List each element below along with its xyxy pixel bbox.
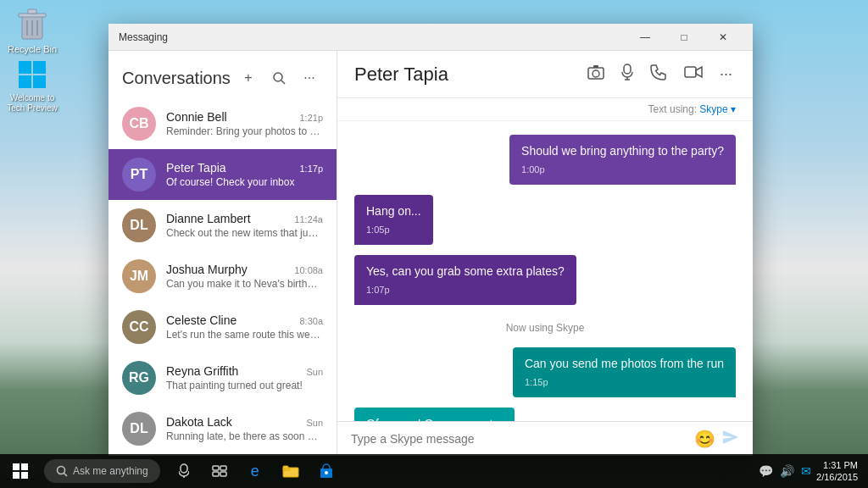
svg-rect-25 bbox=[181, 464, 187, 473]
conversation-item[interactable]: DL Dakota Lack Sun Running late, be ther… bbox=[108, 403, 337, 454]
conversations-header: Conversations + ··· bbox=[108, 51, 337, 98]
chat-input[interactable] bbox=[351, 432, 687, 446]
message-bubble: Can you send me photos from the run 1:15… bbox=[513, 347, 736, 397]
taskbar-store[interactable] bbox=[309, 454, 343, 488]
conversation-item[interactable]: JM Joshua Murphy 10:08a Can you make it … bbox=[108, 251, 337, 302]
new-conversation-button[interactable]: + bbox=[235, 64, 262, 92]
conversation-info: Dakota Lack Sun Running late, be there a… bbox=[166, 415, 323, 442]
recycle-bin-icon[interactable]: Recycle Bin bbox=[7, 7, 58, 54]
date-display: 2/16/2015 bbox=[816, 471, 858, 483]
svg-point-35 bbox=[325, 471, 328, 474]
svg-line-11 bbox=[281, 80, 285, 84]
svg-rect-27 bbox=[213, 466, 219, 470]
taskbar-app-icons: e bbox=[167, 454, 343, 488]
microphone-button[interactable] bbox=[618, 60, 637, 88]
taskbar-file-explorer[interactable] bbox=[274, 454, 308, 488]
welcome-icon[interactable]: Welcome to Tech Preview bbox=[3, 59, 61, 114]
conversation-name: Celeste Cline bbox=[166, 313, 236, 327]
welcome-label: Welcome to Tech Preview bbox=[3, 93, 61, 114]
message-row: Yes, can you grab some extra plates? 1:0… bbox=[354, 255, 736, 305]
message-text: Can you send me photos from the run bbox=[525, 356, 724, 373]
conversation-time: Sun bbox=[306, 367, 323, 377]
chat-messages: Should we bring anything to the party? 1… bbox=[337, 121, 753, 421]
message-text: Yes, can you grab some extra plates? bbox=[366, 263, 565, 280]
taskbar-task-view[interactable] bbox=[203, 454, 236, 488]
volume-icon[interactable]: 🔊 bbox=[780, 464, 794, 478]
notification-icon[interactable]: 💬 bbox=[759, 464, 773, 478]
message-text: Should we bring anything to the party? bbox=[521, 143, 724, 160]
svg-point-13 bbox=[593, 70, 599, 77]
conversations-title: Conversations bbox=[122, 69, 235, 88]
message-row: Should we bring anything to the party? 1… bbox=[354, 135, 736, 185]
video-call-button[interactable] bbox=[681, 62, 706, 86]
svg-point-10 bbox=[274, 73, 282, 81]
conversation-time: Sun bbox=[306, 418, 323, 428]
skype-link[interactable]: Skype ▾ bbox=[699, 103, 736, 115]
conversation-name: Joshua Murphy bbox=[166, 263, 248, 276]
time-display: 1:31 PM bbox=[823, 459, 858, 471]
svg-rect-6 bbox=[19, 61, 31, 74]
conversation-item[interactable]: PT Peter Tapia 1:17p Of course! Check yo… bbox=[108, 149, 337, 200]
chat-input-area: 😊 bbox=[337, 421, 753, 456]
conversation-preview: That painting turned out great! bbox=[166, 380, 323, 391]
window-title: Messaging bbox=[119, 31, 626, 43]
svg-rect-19 bbox=[13, 463, 19, 470]
conversation-name: Connie Bell bbox=[166, 110, 227, 124]
message-row: Can you send me photos from the run 1:15… bbox=[354, 347, 736, 397]
conversation-item[interactable]: RG Reyna Griffith Sun That painting turn… bbox=[108, 352, 337, 403]
conversation-info: Celeste Cline 8:30a Let's run the same r… bbox=[166, 313, 323, 341]
conversation-list: CB Connie Bell 1:21p Reminder: Bring you… bbox=[108, 98, 337, 456]
taskbar: Ask me anything e bbox=[0, 454, 868, 488]
emoji-button[interactable]: 😊 bbox=[694, 429, 715, 449]
svg-point-23 bbox=[58, 467, 65, 474]
minimize-button[interactable]: — bbox=[626, 24, 665, 51]
conversation-time: 1:17p bbox=[299, 164, 323, 174]
maximize-button[interactable]: □ bbox=[665, 24, 704, 51]
message-time: 1:00p bbox=[521, 164, 724, 176]
svg-rect-28 bbox=[220, 466, 226, 470]
svg-rect-33 bbox=[283, 466, 288, 469]
avatar: JM bbox=[122, 259, 156, 293]
avatar: RG bbox=[122, 361, 156, 395]
conversation-time: 8:30a bbox=[299, 316, 323, 326]
search-conversations-button[interactable] bbox=[265, 64, 292, 92]
conversation-name: Peter Tapia bbox=[166, 161, 226, 175]
send-button[interactable] bbox=[722, 430, 739, 449]
taskbar-ie[interactable]: e bbox=[238, 454, 272, 488]
message-row: Of course! One moment... 1:17p bbox=[354, 408, 736, 421]
svg-line-24 bbox=[64, 474, 68, 477]
window-titlebar: Messaging — □ ✕ bbox=[108, 24, 753, 51]
camera-button[interactable] bbox=[584, 61, 608, 87]
taskbar-search[interactable]: Ask me anything bbox=[44, 459, 160, 483]
close-button[interactable]: ✕ bbox=[704, 24, 743, 51]
message-text: Hang on... bbox=[366, 203, 421, 220]
chat-panel: Peter Tapia bbox=[337, 51, 753, 456]
avatar: CB bbox=[122, 107, 156, 141]
svg-rect-1 bbox=[19, 14, 46, 17]
conversation-item[interactable]: CC Celeste Cline 8:30a Let's run the sam… bbox=[108, 302, 337, 352]
taskbar-microphone[interactable] bbox=[167, 454, 201, 488]
message-time: 1:07p bbox=[366, 284, 565, 297]
start-button[interactable] bbox=[0, 454, 41, 488]
skype-indicator: Text using: Skype ▾ bbox=[337, 98, 753, 121]
avatar: DL bbox=[122, 208, 156, 242]
conversation-info: Connie Bell 1:21p Reminder: Bring your p… bbox=[166, 110, 323, 137]
phone-button[interactable] bbox=[647, 60, 670, 88]
chat-more-button[interactable]: ··· bbox=[716, 62, 736, 86]
conversation-time: 10:08a bbox=[294, 265, 323, 275]
message-time: 1:05p bbox=[366, 224, 421, 236]
conversation-item[interactable]: DL Dianne Lambert 11:24a Check out the n… bbox=[108, 200, 337, 251]
window-controls: — □ ✕ bbox=[626, 24, 743, 51]
svg-rect-15 bbox=[624, 64, 631, 74]
system-message: Now using Skype bbox=[354, 315, 736, 341]
avatar: DL bbox=[122, 412, 156, 446]
search-placeholder: Ask me anything bbox=[73, 465, 148, 477]
conversation-preview: Let's run the same route this weekend bbox=[166, 329, 323, 341]
messaging-icon[interactable]: ✉ bbox=[801, 464, 811, 478]
more-options-button[interactable]: ··· bbox=[296, 64, 323, 92]
svg-rect-22 bbox=[21, 472, 28, 479]
chat-contact-name: Peter Tapia bbox=[354, 64, 584, 86]
message-bubble: Of course! One moment... 1:17p bbox=[354, 408, 515, 421]
conversation-item[interactable]: CB Connie Bell 1:21p Reminder: Bring you… bbox=[108, 98, 337, 149]
svg-rect-29 bbox=[213, 472, 219, 476]
